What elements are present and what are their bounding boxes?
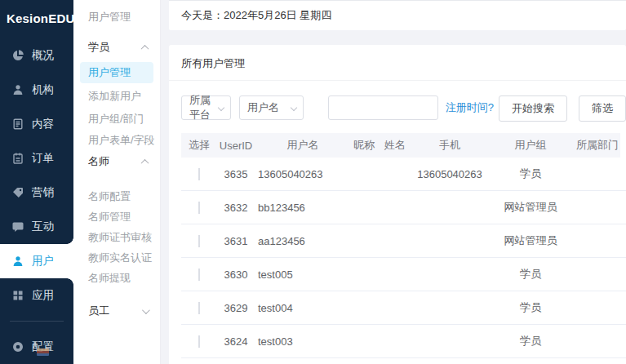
table-header-row: 选择UserID用户名昵称姓名手机用户组所属部门 bbox=[181, 133, 620, 158]
table-body: 3635 13605040263 13605040263 学员 3632 bb1… bbox=[181, 158, 626, 358]
cell-user_id: 3632 bbox=[217, 202, 255, 214]
cell-user_id: 3630 bbox=[217, 269, 255, 281]
chat-icon bbox=[11, 220, 24, 233]
cell-user_id: 3635 bbox=[217, 168, 255, 180]
organization-icon bbox=[11, 83, 24, 96]
cell-group: 学员 bbox=[486, 166, 575, 181]
sidebar-item-organization[interactable]: 机构 bbox=[0, 73, 73, 107]
platform-select-value: 所属平台 bbox=[189, 93, 215, 122]
users-table: 选择UserID用户名昵称姓名手机用户组所属部门 3635 1360504026… bbox=[181, 133, 626, 358]
row-checkbox[interactable] bbox=[198, 168, 200, 180]
section-header-1[interactable]: 名师 bbox=[73, 150, 160, 173]
section-label: 名师 bbox=[88, 154, 109, 169]
sidebar-item-label: 用户 bbox=[32, 254, 54, 269]
row-checkbox[interactable] bbox=[198, 235, 200, 247]
column-header-phone: 手机 bbox=[413, 138, 486, 153]
section-chevron-icon bbox=[142, 306, 150, 314]
sidebar-item-label: 机构 bbox=[32, 82, 54, 97]
document-icon bbox=[11, 118, 24, 131]
submenu-item[interactable]: 教师证书审核 bbox=[73, 227, 160, 247]
section-label: 学员 bbox=[88, 40, 109, 55]
cell-user_id: 3624 bbox=[217, 335, 255, 348]
sidebar-item-overview[interactable]: 概况 bbox=[0, 38, 73, 73]
cell-group: 学员 bbox=[486, 300, 575, 315]
register-time-link[interactable]: 注册时间? bbox=[446, 95, 494, 120]
section-chevron-icon bbox=[141, 44, 149, 52]
filter-button[interactable]: 筛选 bbox=[579, 95, 626, 122]
cell-user_id: 3629 bbox=[217, 302, 255, 314]
column-header-select: 选择 bbox=[181, 138, 217, 153]
submenu-item[interactable]: 教师实名认证 bbox=[73, 247, 160, 268]
app-root: KesionEDU 概况 机构 内容 订单 营销 互动 用户 应用 配置 用户管… bbox=[0, 0, 626, 364]
cell-username: bb123456 bbox=[255, 202, 351, 214]
sidebar-item-label: 营销 bbox=[32, 185, 54, 200]
pie-chart-icon bbox=[11, 49, 24, 62]
sidebar-item-config[interactable]: 配置 bbox=[0, 330, 73, 364]
user-management-card: 所有用户管理 所属平台 用户名 注册时间? 开始搜索 筛选 选择UserID用户… bbox=[169, 45, 626, 364]
date-text: 今天是：2022年5月26日 星期四 bbox=[181, 9, 331, 21]
search-field-select[interactable]: 用户名 bbox=[239, 95, 304, 120]
main-area: 今天是：2022年5月26日 星期四 所有用户管理 所属平台 用户名 注册时间?… bbox=[169, 0, 626, 364]
submenu-item[interactable]: 名师配置 bbox=[73, 186, 160, 206]
sidebar-item-interaction[interactable]: 互动 bbox=[0, 210, 73, 244]
sidebar-item-label: 概况 bbox=[32, 48, 54, 63]
table-row: 3635 13605040263 13605040263 学员 bbox=[181, 158, 626, 191]
table-row: 3629 test004 学员 bbox=[181, 291, 626, 325]
sidebar-item-label: 应用 bbox=[32, 288, 54, 303]
column-header-user_id: UserID bbox=[217, 140, 255, 152]
cell-username: test005 bbox=[255, 269, 351, 281]
cell-username: 13605040263 bbox=[255, 168, 351, 180]
cell-username: aa123456 bbox=[255, 235, 351, 247]
column-header-name: 姓名 bbox=[377, 138, 413, 153]
gear-icon bbox=[11, 340, 24, 353]
section-chevron-icon bbox=[141, 158, 149, 166]
sidebar-item-label: 订单 bbox=[32, 151, 54, 166]
row-checkbox[interactable] bbox=[198, 335, 200, 348]
page-title: 所有用户管理 bbox=[169, 45, 626, 81]
submenu-item[interactable]: 用户管理 bbox=[80, 62, 153, 83]
cell-user_id: 3631 bbox=[217, 235, 255, 247]
secondary-sidebar: 用户管理 学员 用户管理添加新用户用户组/部门用户表单/字段 名师 名师配置名师… bbox=[73, 0, 161, 364]
primary-sidebar: KesionEDU 概况 机构 内容 订单 营销 互动 用户 应用 配置 bbox=[0, 0, 73, 364]
submenu-item[interactable]: 名师管理 bbox=[73, 206, 160, 227]
section-header-2[interactable]: 员工 bbox=[73, 300, 160, 322]
cell-group: 网站管理员 bbox=[486, 200, 575, 215]
row-checkbox[interactable] bbox=[198, 269, 200, 281]
chevron-down-icon bbox=[291, 104, 297, 111]
cell-username: test003 bbox=[255, 335, 351, 348]
filter-bar: 所属平台 用户名 注册时间? 开始搜索 筛选 bbox=[169, 81, 626, 133]
sidebar-item-marketing[interactable]: 营销 bbox=[0, 175, 73, 210]
sidebar-item-content[interactable]: 内容 bbox=[0, 107, 73, 141]
brand-logo: KesionEDU bbox=[0, 0, 73, 25]
order-icon bbox=[11, 152, 24, 165]
submenu-item[interactable]: 添加新用户 bbox=[73, 85, 160, 108]
search-field-value: 用户名 bbox=[247, 100, 279, 115]
column-header-username: 用户名 bbox=[255, 138, 351, 153]
table-row: 3630 test005 学员 bbox=[181, 258, 626, 291]
cell-group: 学员 bbox=[486, 267, 575, 282]
sidebar-divider bbox=[10, 321, 64, 322]
topbar: 今天是：2022年5月26日 星期四 bbox=[169, 0, 626, 30]
submenu-item[interactable]: 名师提现 bbox=[73, 268, 160, 288]
secondary-sidebar-title: 用户管理 bbox=[73, 0, 160, 24]
sidebar-item-users[interactable]: 用户 bbox=[0, 244, 73, 278]
keyword-input[interactable] bbox=[328, 95, 438, 120]
search-button[interactable]: 开始搜索 bbox=[499, 95, 567, 122]
sidebar-item-orders[interactable]: 订单 bbox=[0, 141, 73, 175]
section-header-0[interactable]: 学员 bbox=[73, 36, 160, 59]
table-row: 3631 aa123456 网站管理员 bbox=[181, 224, 626, 258]
secondary-nav: 学员 用户管理添加新用户用户组/部门用户表单/字段 名师 名师配置名师管理教师证… bbox=[73, 36, 160, 322]
column-header-nickname: 昵称 bbox=[351, 138, 377, 153]
sidebar-item-apps[interactable]: 应用 bbox=[0, 278, 73, 313]
cell-group: 网站管理员 bbox=[486, 233, 575, 248]
section-label: 员工 bbox=[88, 304, 109, 318]
sidebar-item-label: 互动 bbox=[32, 220, 54, 234]
row-checkbox[interactable] bbox=[198, 202, 200, 214]
row-checkbox[interactable] bbox=[198, 302, 200, 314]
sidebar-item-label: 内容 bbox=[32, 117, 54, 131]
submenu-item[interactable]: 用户组/部门 bbox=[73, 108, 160, 131]
platform-select[interactable]: 所属平台 bbox=[181, 95, 231, 120]
chevron-down-icon bbox=[218, 104, 224, 111]
cell-username: test004 bbox=[255, 302, 351, 314]
apps-icon bbox=[11, 289, 24, 302]
